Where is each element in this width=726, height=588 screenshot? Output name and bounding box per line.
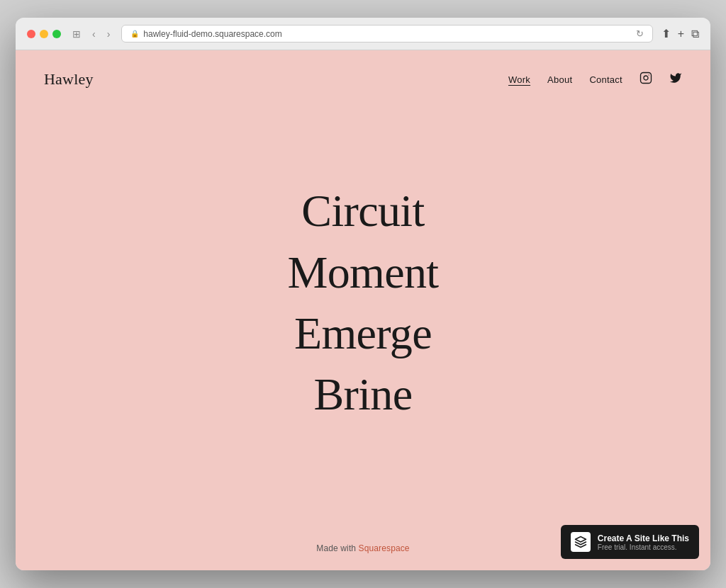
svg-point-2 (649, 74, 649, 75)
back-button[interactable]: ‹ (89, 27, 99, 41)
close-button[interactable] (27, 30, 35, 38)
maximize-button[interactable] (52, 30, 61, 38)
browser-actions: ⬆ + ⧉ (661, 27, 699, 40)
work-list: Circuit Moment Emerge Brine (287, 181, 438, 426)
browser-window: ⊞ ‹ › 🔒 hawley-fluid-demo.squarespace.co… (16, 18, 710, 570)
address-bar[interactable]: 🔒 hawley-fluid-demo.squarespace.com ↻ (121, 25, 652, 43)
badge-title: Create A Site Like This (598, 533, 689, 543)
badge-text: Create A Site Like This Free trial. Inst… (598, 533, 689, 551)
work-item-brine[interactable]: Brine (313, 364, 412, 425)
forward-button[interactable]: › (104, 27, 113, 41)
url-text: hawley-fluid-demo.squarespace.com (143, 29, 281, 39)
traffic-lights (27, 30, 61, 38)
squarespace-badge[interactable]: Create A Site Like This Free trial. Inst… (561, 525, 699, 559)
reload-icon[interactable]: ↻ (636, 28, 644, 39)
browser-chrome: ⊞ ‹ › 🔒 hawley-fluid-demo.squarespace.co… (16, 18, 710, 50)
site-content: Hawley Work About Contact (16, 50, 710, 570)
squarespace-link[interactable]: Squarespace (359, 543, 410, 553)
share-icon[interactable]: ⬆ (661, 27, 671, 40)
work-item-circuit[interactable]: Circuit (301, 181, 424, 242)
browser-controls: ⊞ ‹ › (69, 27, 113, 41)
window-icon[interactable]: ⊞ (69, 27, 84, 41)
lock-icon: 🔒 (130, 30, 139, 38)
work-item-moment[interactable]: Moment (287, 242, 438, 303)
work-item-emerge[interactable]: Emerge (294, 303, 432, 364)
site-main: Circuit Moment Emerge Brine (16, 80, 710, 526)
footer-made-with: Made with (316, 543, 358, 553)
badge-logo-icon (571, 532, 591, 552)
minimize-button[interactable] (40, 30, 48, 38)
badge-subtitle: Free trial. Instant access. (598, 543, 689, 551)
tiles-icon[interactable]: ⧉ (691, 28, 699, 40)
new-tab-icon[interactable]: + (678, 28, 684, 40)
